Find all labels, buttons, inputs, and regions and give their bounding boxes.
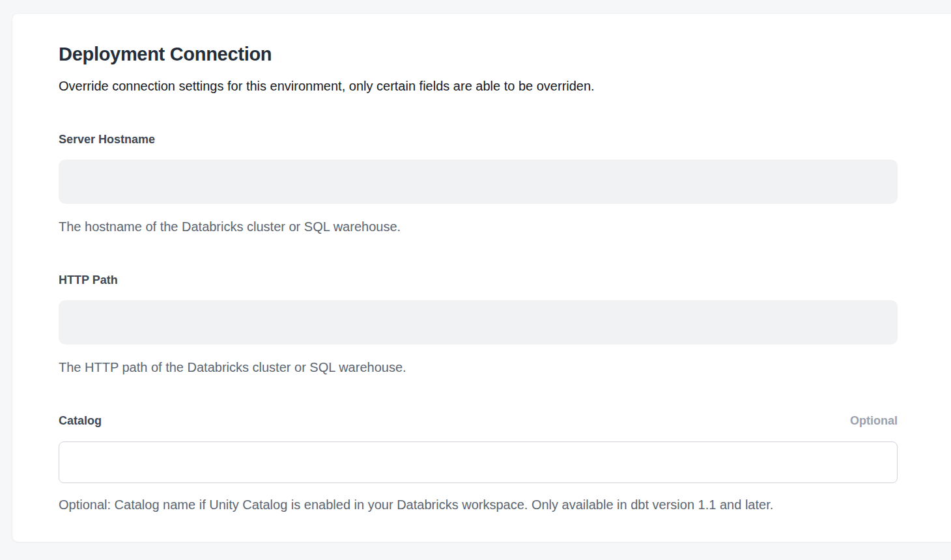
server-hostname-label: Server Hostname: [59, 132, 155, 147]
catalog-field-group: Catalog Optional Optional: Catalog name …: [59, 413, 898, 514]
catalog-label: Catalog: [59, 413, 102, 428]
http-path-field-group: HTTP Path The HTTP path of the Databrick…: [59, 273, 898, 376]
deployment-connection-card: Deployment Connection Override connectio…: [12, 13, 951, 542]
catalog-input[interactable]: [59, 441, 898, 483]
catalog-optional-badge: Optional: [850, 413, 898, 428]
server-hostname-input: [59, 160, 898, 204]
catalog-help: Optional: Catalog name if Unity Catalog …: [59, 496, 898, 514]
server-hostname-help: The hostname of the Databricks cluster o…: [59, 218, 898, 236]
page-subtitle: Override connection settings for this en…: [59, 77, 898, 95]
page-title: Deployment Connection: [59, 42, 898, 66]
http-path-help: The HTTP path of the Databricks cluster …: [59, 359, 898, 376]
card-content: Deployment Connection Override connectio…: [59, 14, 898, 514]
http-path-input: [59, 300, 898, 344]
http-path-label: HTTP Path: [59, 273, 118, 288]
server-hostname-field-group: Server Hostname The hostname of the Data…: [59, 132, 898, 236]
